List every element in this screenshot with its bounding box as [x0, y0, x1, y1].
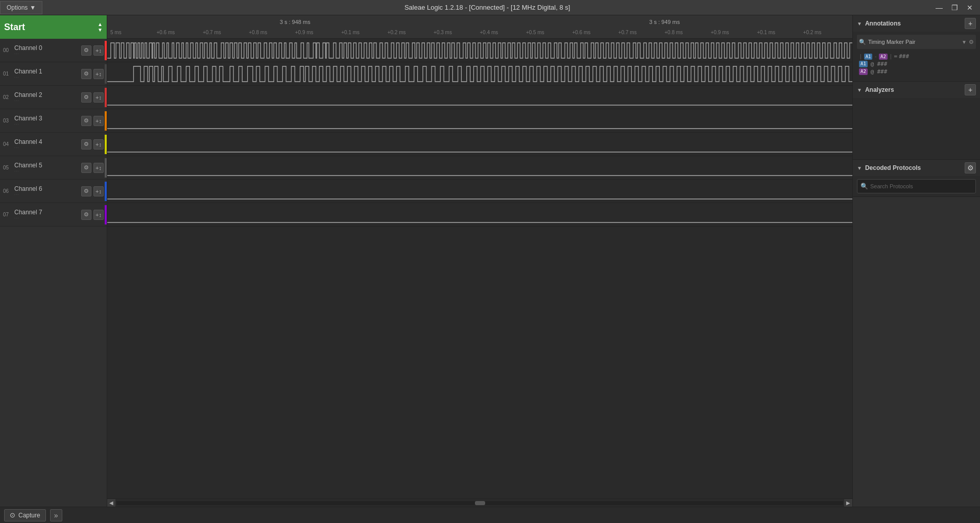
right-panel: ▼ Annotations + 🔍 Timing Marker Pair ▼ ⚙…	[852, 15, 980, 507]
annotation-data: | A1 - A2 | = ### A1 @ ###	[857, 51, 976, 78]
close-button[interactable]: ✕	[963, 2, 977, 13]
channel-row: 05 Channel 5 ··· ⚙ +↕	[0, 156, 107, 180]
channel-settings-button[interactable]: ⚙	[81, 186, 91, 196]
ann-a2-badge: A2	[879, 54, 888, 60]
channel-row: 06 Channel 6 ··· ⚙ +↕	[0, 180, 107, 203]
channel-add-button[interactable]: +↕	[93, 116, 104, 126]
bottom-bar: ⊙ Capture »	[0, 507, 980, 523]
horizontal-scrollbar[interactable]: ◀ ▶	[107, 499, 852, 507]
options-button[interactable]: Options ▼	[0, 1, 42, 14]
waveform-ch4	[107, 133, 852, 156]
search-protocols-input[interactable]	[870, 183, 972, 189]
tick: +0.8 ms	[249, 30, 295, 35]
channel-add-button[interactable]: +↕	[93, 186, 104, 196]
svg-rect-8	[107, 156, 852, 180]
scroll-thumb[interactable]	[475, 501, 485, 505]
tick: +0.3 ms	[434, 30, 480, 35]
channel-add-button[interactable]: +↕	[93, 45, 104, 56]
channel-settings-button[interactable]: ⚙	[81, 45, 91, 56]
channel-settings-button[interactable]: ⚙	[81, 116, 91, 126]
channel-add-button[interactable]: +↕	[93, 92, 104, 103]
tick: +0.6 ms	[156, 30, 202, 35]
channel-settings-button[interactable]: ⚙	[81, 210, 91, 220]
waveform-row-2	[107, 86, 852, 109]
channel-add-button[interactable]: +↕	[93, 163, 104, 173]
channel-settings-button[interactable]: ⚙	[81, 139, 91, 150]
waveform-row-3	[107, 109, 852, 133]
scroll-track[interactable]	[116, 501, 843, 505]
ann-a2-value: ###	[877, 68, 887, 75]
timeline-header: 3 s : 948 ms 3 s : 949 ms 5 ms +0.6 ms +…	[107, 15, 852, 39]
channel-number: 01	[3, 71, 12, 77]
channel-color-indicator	[105, 111, 107, 131]
waveform-ch0	[107, 39, 852, 62]
channel-row: 02 Channel 2 ··· ⚙ +↕	[0, 86, 107, 109]
channels-panel: Start ▲ ▼ 00 Channel 0 ··· ⚙ +↕ 01 Chann…	[0, 15, 107, 507]
timeline-ticks: 5 ms +0.6 ms +0.7 ms +0.8 ms +0.9 ms +0.…	[110, 30, 849, 35]
waveform-row-4	[107, 133, 852, 156]
channel-color-indicator	[105, 158, 107, 178]
channel-name: Channel 1	[14, 68, 79, 75]
decoded-protocols-title: Decoded Protocols	[865, 164, 962, 171]
ann-row-3: A2 @ ###	[859, 68, 974, 75]
capture-button[interactable]: ⊙ Capture	[4, 509, 46, 521]
channel-row: 04 Channel 4 ··· ⚙ +↕	[0, 133, 107, 156]
search-protocols-wrapper: 🔍	[857, 179, 976, 193]
analyzers-header: ▼ Analyzers +	[853, 82, 980, 98]
tick: +0.7 ms	[203, 30, 249, 35]
capture-label: Capture	[18, 512, 40, 519]
waveform-panel: 3 s : 948 ms 3 s : 949 ms 5 ms +0.6 ms +…	[107, 15, 852, 507]
channel-number: 00	[3, 47, 12, 53]
channel-row: 00 Channel 0 ··· ⚙ +↕	[0, 39, 107, 62]
ann-a1-badge: A1	[864, 54, 873, 60]
decoded-protocols-gear-button[interactable]: ⚙	[965, 162, 976, 173]
arrow-up-icon: ▲	[98, 22, 103, 27]
arrow-down-icon: ▼	[98, 28, 103, 33]
channel-add-button[interactable]: +↕	[93, 139, 104, 150]
search-icon: 🔍	[861, 183, 868, 190]
ann-a1-label: A1	[859, 61, 868, 67]
channel-color-indicator	[105, 41, 107, 60]
main-layout: Start ▲ ▼ 00 Channel 0 ··· ⚙ +↕ 01 Chann…	[0, 15, 980, 507]
channel-color-indicator	[105, 205, 107, 225]
scroll-right-button[interactable]: ▶	[844, 499, 852, 507]
channel-settings-button[interactable]: ⚙	[81, 69, 91, 79]
waveform-ch7	[107, 203, 852, 227]
tick: +0.1 ms	[757, 30, 803, 35]
window-controls: — ❐ ✕	[932, 2, 980, 13]
channel-name: Channel 7	[14, 209, 79, 216]
decoded-protocols-collapse-icon: ▼	[857, 165, 862, 171]
ann-a2-label: A2	[859, 68, 868, 75]
channel-row: 07 Channel 7 ··· ⚙ +↕	[0, 203, 107, 227]
title-bar: Options ▼ Saleae Logic 1.2.18 - [Connect…	[0, 0, 980, 15]
decoded-protocols-header: ▼ Decoded Protocols ⚙	[853, 160, 980, 176]
timing-marker-filter-icon: 🔍	[859, 39, 866, 45]
ann-row-1: | A1 - A2 | = ###	[859, 53, 974, 60]
expand-button[interactable]: »	[50, 509, 62, 521]
channel-add-button[interactable]: +↕	[93, 210, 104, 220]
waveform-row-6	[107, 180, 852, 203]
annotations-content: 🔍 Timing Marker Pair ▼ ⚙ | A1 - A2 | =	[853, 32, 980, 81]
scroll-left-button[interactable]: ◀	[107, 499, 115, 507]
tick: +0.6 ms	[572, 30, 618, 35]
channel-number: 03	[3, 118, 12, 123]
channel-add-button[interactable]: +↕	[93, 69, 104, 79]
channel-number: 06	[3, 188, 12, 194]
start-button[interactable]: Start ▲ ▼	[0, 15, 107, 39]
waveform-area[interactable]	[107, 39, 852, 499]
channel-settings-button[interactable]: ⚙	[81, 163, 91, 173]
annotations-add-button[interactable]: +	[965, 18, 976, 29]
svg-rect-6	[107, 133, 852, 156]
waveform-row-5	[107, 156, 852, 180]
minimize-button[interactable]: —	[932, 2, 946, 13]
analyzers-add-button[interactable]: +	[965, 84, 976, 95]
channel-number: 04	[3, 141, 12, 147]
channel-color-indicator	[105, 64, 107, 84]
channel-number: 02	[3, 94, 12, 100]
tick: 5 ms	[110, 30, 156, 35]
ann-a1-value: ###	[877, 61, 887, 67]
channel-color-indicator	[105, 88, 107, 107]
channel-settings-button[interactable]: ⚙	[81, 92, 91, 103]
timing-marker-dropdown-icon: ▼	[962, 39, 967, 45]
restore-button[interactable]: ❐	[947, 2, 962, 13]
